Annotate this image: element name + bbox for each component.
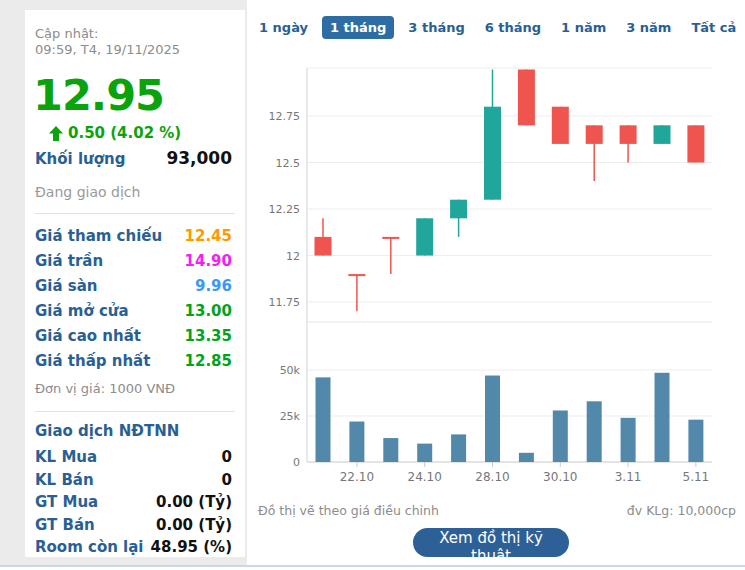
x-tick-label: 5.11 xyxy=(683,470,710,484)
ceiling-price-value: 14.90 xyxy=(185,252,232,270)
volume-bar xyxy=(417,444,432,462)
view-technical-chart-button[interactable]: Xem đồ thị kỹ thuật xyxy=(413,528,569,557)
tab-tat-ca[interactable]: Tất cả xyxy=(685,16,742,39)
floor-price-label: Giá sàn xyxy=(35,277,98,295)
volume-bar xyxy=(485,376,500,462)
trading-status: Đang giao dịch xyxy=(35,184,140,200)
price-tick-label: 11.75 xyxy=(269,296,301,309)
bottom-divider xyxy=(0,565,745,567)
volume-bar xyxy=(655,373,670,462)
candle-body xyxy=(315,237,332,256)
candle-body xyxy=(484,107,501,200)
price-tick-label: 12.75 xyxy=(269,110,301,123)
up-arrow-icon xyxy=(49,126,63,141)
stock-quote-widget: Cập nhật: 09:59, T4, 19/11/2025 12.95 0.… xyxy=(0,0,745,570)
floor-price-value: 9.96 xyxy=(195,277,232,295)
tab-1-nam[interactable]: 1 năm xyxy=(555,16,612,39)
price-table-row: Giá trần 14.90 xyxy=(35,248,232,273)
room-left-label: Room còn lại xyxy=(35,538,144,556)
candle-body xyxy=(416,218,433,255)
ref-price-label: Giá tham chiếu xyxy=(35,227,162,245)
tab-3-thang[interactable]: 3 tháng xyxy=(402,16,470,39)
last-price: 12.95 xyxy=(33,70,164,120)
update-timestamp: 09:59, T4, 19/11/2025 xyxy=(35,42,232,58)
candles xyxy=(315,70,705,312)
price-table-row: Giá tham chiếu 12.45 xyxy=(35,223,232,248)
volume-bar xyxy=(587,401,602,462)
divider xyxy=(35,411,235,412)
volume-bars xyxy=(316,373,704,462)
volume-tick-label: 25k xyxy=(280,410,301,423)
quote-sidebar: Cập nhật: 09:59, T4, 19/11/2025 12.95 0.… xyxy=(25,10,245,557)
volume-bar xyxy=(553,410,568,462)
volume-row: Khối lượng 93,000 xyxy=(35,148,232,168)
x-tick-label: 24.10 xyxy=(408,470,442,484)
foreign-buy-val-value: 0.00 (Tỷ) xyxy=(156,493,232,511)
price-volume-chart[interactable]: 12.7512.512.251211.7550k25k022.1024.1028… xyxy=(255,55,730,495)
candle-body xyxy=(586,125,603,144)
price-tick-label: 12.5 xyxy=(276,157,301,170)
volume-bar xyxy=(451,434,466,462)
volume-bar xyxy=(519,453,534,462)
foreign-buy-vol-value: 0 xyxy=(222,448,232,466)
price-change: 0.50 (4.02 %) xyxy=(49,124,181,142)
foreign-buy-val-label: GT Mua xyxy=(35,493,98,511)
divider xyxy=(35,213,235,214)
foreign-row: GT Mua 0.00 (Tỷ) xyxy=(35,491,232,514)
x-tick-label: 3.11 xyxy=(615,470,642,484)
low-price-value: 12.85 xyxy=(185,352,232,370)
update-label: Cập nhật: xyxy=(35,26,232,42)
x-axis-labels: 22.1024.1028.1030.103.115.11 xyxy=(340,462,710,484)
volume-axis-labels: 50k25k0 xyxy=(280,364,301,469)
x-tick-label: 22.10 xyxy=(340,470,374,484)
foreign-sell-val-label: GT Bán xyxy=(35,516,95,534)
foreign-buy-vol-label: KL Mua xyxy=(35,448,97,466)
foreign-row: Room còn lại 48.95 (%) xyxy=(35,536,232,559)
price-table-row: Giá mở cửa 13.00 xyxy=(35,298,232,323)
chart-gridlines xyxy=(307,68,712,462)
volume-bar xyxy=(383,438,398,462)
foreign-row: KL Mua 0 xyxy=(35,446,232,469)
tab-6-thang[interactable]: 6 tháng xyxy=(479,16,547,39)
tab-1-thang[interactable]: 1 tháng xyxy=(322,16,394,39)
foreign-trading-title: Giao dịch NĐTNN xyxy=(35,422,179,440)
candle-body xyxy=(450,200,467,219)
foreign-trading-table: KL Mua 0 KL Bán 0 GT Mua 0.00 (Tỷ) GT Bá… xyxy=(35,446,232,559)
x-tick-label: 28.10 xyxy=(475,470,509,484)
foreign-row: KL Bán 0 xyxy=(35,469,232,492)
price-unit-note: Đơn vị giá: 1000 VNĐ xyxy=(35,381,175,396)
volume-bar xyxy=(316,377,331,462)
price-tick-label: 12 xyxy=(286,250,300,263)
candle-body xyxy=(348,274,365,276)
price-table-row: Giá thấp nhất 12.85 xyxy=(35,348,232,373)
candle-body xyxy=(518,70,535,126)
candle-body xyxy=(687,125,704,162)
foreign-sell-vol-value: 0 xyxy=(222,471,232,489)
volume-bar xyxy=(621,418,636,462)
ref-price-value: 12.45 xyxy=(185,227,232,245)
tab-3-nam[interactable]: 3 năm xyxy=(620,16,677,39)
candle-body xyxy=(654,125,671,144)
x-tick-label: 30.10 xyxy=(543,470,577,484)
volume-unit-note: đv KLg: 10,000cp xyxy=(627,503,736,518)
price-axis-labels: 12.7512.512.251211.75 xyxy=(269,110,301,309)
volume-bar xyxy=(688,420,703,462)
foreign-sell-val-value: 0.00 (Tỷ) xyxy=(156,516,232,534)
foreign-row: GT Bán 0.00 (Tỷ) xyxy=(35,514,232,537)
open-price-value: 13.00 xyxy=(185,302,232,320)
low-price-label: Giá thấp nhất xyxy=(35,352,150,370)
volume-tick-label: 50k xyxy=(280,364,301,377)
volume-tick-label: 0 xyxy=(293,456,300,469)
candle-body xyxy=(552,107,569,144)
price-table: Giá tham chiếu 12.45 Giá trần 14.90 Giá … xyxy=(35,223,232,373)
foreign-sell-vol-label: KL Bán xyxy=(35,471,94,489)
adjusted-price-note: Đồ thị vẽ theo giá điều chỉnh xyxy=(258,503,439,518)
tab-1-ngay[interactable]: 1 ngày xyxy=(253,16,314,39)
update-time: Cập nhật: 09:59, T4, 19/11/2025 xyxy=(35,26,232,58)
price-table-row: Giá sàn 9.96 xyxy=(35,273,232,298)
room-left-value: 48.95 (%) xyxy=(151,538,232,556)
volume-value: 93,000 xyxy=(166,148,232,168)
range-tabs: 1 ngày 1 tháng 3 tháng 6 tháng 1 năm 3 n… xyxy=(253,16,745,39)
high-price-value: 13.35 xyxy=(185,327,232,345)
volume-label: Khối lượng xyxy=(35,150,126,168)
